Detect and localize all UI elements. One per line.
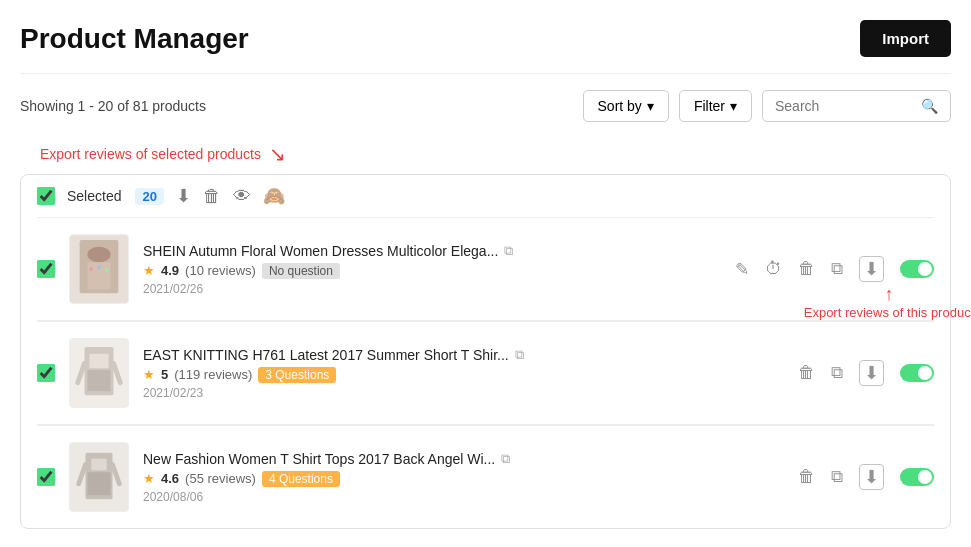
- export-group-1: ⬇ ↑ Export reviews of this product: [859, 256, 884, 282]
- question-badge-3: 4 Questions: [262, 471, 340, 487]
- svg-rect-16: [87, 472, 110, 495]
- red-arrow-up-1: ↑: [885, 284, 894, 305]
- svg-point-4: [89, 267, 93, 271]
- svg-point-2: [87, 247, 110, 262]
- star-icon-1: ★: [143, 263, 155, 278]
- product-name-3: New Fashion Women T Shirt Tops 2017 Back…: [143, 451, 495, 467]
- history-icon-1[interactable]: ⏱: [765, 259, 782, 279]
- star-icon-2: ★: [143, 367, 155, 382]
- toggle-3[interactable]: [900, 468, 934, 486]
- rating-value-1: 4.9: [161, 263, 179, 278]
- selected-label: Selected: [67, 188, 121, 204]
- question-badge-2: 3 Questions: [258, 367, 336, 383]
- export-icon-3[interactable]: ⬇: [859, 464, 884, 490]
- external-link-icon-2[interactable]: ⧉: [515, 347, 524, 363]
- product-checkbox-1[interactable]: [37, 260, 55, 278]
- product-name-2: EAST KNITTING H761 Latest 2017 Summer Sh…: [143, 347, 509, 363]
- question-badge-1: No question: [262, 263, 340, 279]
- star-icon-3: ★: [143, 471, 155, 486]
- svg-rect-15: [91, 459, 106, 471]
- product-info-1: SHEIN Autumn Floral Women Dresses Multic…: [143, 243, 721, 296]
- import-button[interactable]: Import: [860, 20, 951, 57]
- product-section-card: Selected 20 ⬇ 🗑 👁 🙈: [20, 174, 951, 529]
- search-icon: 🔍: [921, 98, 938, 114]
- edit-icon-1[interactable]: ✎: [735, 259, 749, 280]
- product-info-2: EAST KNITTING H761 Latest 2017 Summer Sh…: [143, 347, 784, 400]
- export-selected-annotation: Export reviews of selected products ↘: [40, 142, 951, 166]
- product-image-3: [69, 442, 129, 512]
- search-input[interactable]: [775, 98, 915, 114]
- filter-chevron-icon: ▾: [730, 98, 737, 114]
- toggle-2[interactable]: [900, 364, 934, 382]
- bulk-delete-icon[interactable]: 🗑: [203, 186, 221, 207]
- sort-by-button[interactable]: Sort by ▾: [583, 90, 669, 122]
- table-row: EAST KNITTING H761 Latest 2017 Summer Sh…: [37, 322, 934, 425]
- export-product-annotation-1: Export reviews of this product: [804, 305, 971, 320]
- copy-icon-2[interactable]: ⧉: [831, 363, 843, 383]
- red-arrow-icon: ↘: [269, 142, 286, 166]
- reviews-count-2: (119 reviews): [174, 367, 252, 382]
- svg-point-6: [105, 268, 109, 272]
- product-info-3: New Fashion Women T Shirt Tops 2017 Back…: [143, 451, 784, 504]
- export-icon-1[interactable]: ⬇: [859, 256, 884, 282]
- reviews-count-1: (10 reviews): [185, 263, 256, 278]
- svg-rect-9: [89, 354, 108, 369]
- showing-count: Showing 1 - 20 of 81 products: [20, 98, 206, 114]
- svg-rect-10: [87, 370, 110, 391]
- product-actions-1: ✎ ⏱ 🗑 ⧉ ⬇ ↑ Export reviews of this produ…: [735, 256, 934, 282]
- bulk-show-icon[interactable]: 👁: [233, 186, 251, 207]
- delete-icon-3[interactable]: 🗑: [798, 467, 815, 487]
- product-image-2: [69, 338, 129, 408]
- selected-count-badge: 20: [135, 188, 163, 205]
- export-icon-2[interactable]: ⬇: [859, 360, 884, 386]
- external-link-icon-1[interactable]: ⧉: [504, 243, 513, 259]
- product-checkbox-3[interactable]: [37, 468, 55, 486]
- svg-point-5: [97, 265, 101, 269]
- product-image-1: [69, 234, 129, 304]
- product-actions-3: 🗑 ⧉ ⬇: [798, 464, 934, 490]
- external-link-icon-3[interactable]: ⧉: [501, 451, 510, 467]
- select-all-checkbox[interactable]: [37, 187, 55, 205]
- copy-icon-1[interactable]: ⧉: [831, 259, 843, 279]
- page-title: Product Manager: [20, 23, 249, 55]
- table-row: SHEIN Autumn Floral Women Dresses Multic…: [37, 218, 934, 321]
- reviews-count-3: (55 reviews): [185, 471, 256, 486]
- toggle-1[interactable]: [900, 260, 934, 278]
- rating-value-3: 4.6: [161, 471, 179, 486]
- delete-icon-2[interactable]: 🗑: [798, 363, 815, 383]
- bulk-export-icon[interactable]: ⬇: [176, 185, 191, 207]
- sort-by-label: Sort by: [598, 98, 642, 114]
- sort-chevron-icon: ▾: [647, 98, 654, 114]
- delete-icon-1[interactable]: 🗑: [798, 259, 815, 279]
- filter-button[interactable]: Filter ▾: [679, 90, 752, 122]
- table-row: New Fashion Women T Shirt Tops 2017 Back…: [37, 426, 934, 528]
- search-box: 🔍: [762, 90, 951, 122]
- bulk-hide-icon[interactable]: 🙈: [263, 185, 285, 207]
- product-actions-2: 🗑 ⧉ ⬇: [798, 360, 934, 386]
- product-date-1: 2021/02/26: [143, 282, 721, 296]
- product-date-3: 2020/08/06: [143, 490, 784, 504]
- product-name-1: SHEIN Autumn Floral Women Dresses Multic…: [143, 243, 498, 259]
- bulk-actions-row: Selected 20 ⬇ 🗑 👁 🙈: [37, 175, 934, 217]
- product-date-2: 2021/02/23: [143, 386, 784, 400]
- rating-value-2: 5: [161, 367, 168, 382]
- product-checkbox-2[interactable]: [37, 364, 55, 382]
- filter-label: Filter: [694, 98, 725, 114]
- copy-icon-3[interactable]: ⧉: [831, 467, 843, 487]
